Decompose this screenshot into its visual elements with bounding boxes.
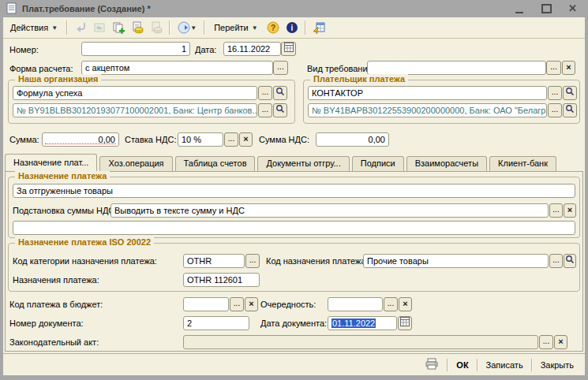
iso20022-group-title: Назначение платежа ISO 20022 — [15, 237, 154, 247]
date-label: Дата: — [195, 45, 216, 54]
our-account-open-button[interactable] — [273, 103, 287, 117]
vat-rate-select-button[interactable]: ... — [224, 132, 238, 147]
clear-icon: × — [566, 62, 571, 72]
our-organization-select-button[interactable]: ... — [258, 86, 272, 100]
iso-purpose-field[interactable]: OTHR 112601 — [183, 273, 260, 287]
payment-request-window: Плат.требование (Создание) * ✕ Действия … — [0, 0, 588, 380]
budget-code-select-button[interactable]: ... — [230, 297, 244, 311]
save-button[interactable]: Записать — [480, 359, 530, 371]
help-button[interactable]: ? — [265, 20, 281, 35]
tab-accounts-table[interactable]: Таблица счетов — [175, 156, 256, 171]
maximize-button[interactable] — [541, 0, 552, 17]
close-form-button[interactable] — [311, 20, 327, 35]
tab-business-operation[interactable]: Хоз.операция — [99, 156, 172, 171]
reread-button[interactable] — [73, 20, 88, 35]
tab-payment-purpose[interactable]: Назначение плат... — [5, 154, 97, 171]
number-label: Номер: — [9, 45, 39, 54]
clear-icon: × — [403, 299, 407, 308]
priority-label: Очередность: — [260, 300, 316, 309]
our-account-select-button[interactable]: ... — [258, 103, 272, 117]
date-calendar-button[interactable] — [281, 42, 296, 56]
ok-button[interactable]: ОК — [450, 359, 474, 371]
budget-code-clear-button[interactable]: × — [245, 297, 258, 311]
required-underline — [45, 143, 116, 144]
legislative-act-select-button[interactable]: ... — [539, 335, 553, 349]
requirement-kind-field[interactable] — [367, 61, 546, 75]
vat-substitution-field[interactable]: Выводить в тексте сумму и НДС — [110, 203, 549, 218]
export-button[interactable]: ▼ — [175, 20, 199, 35]
print-button[interactable] — [418, 356, 445, 374]
priority-select-button[interactable]: ... — [384, 297, 398, 311]
legislative-act-field[interactable] — [183, 335, 538, 349]
our-account-field[interactable]: № BY91BLBB30120193077100002001, Банк: Це… — [13, 103, 257, 117]
category-code-select-button[interactable]: ... — [245, 254, 260, 268]
our-organization-group-title: Наша организация — [15, 74, 101, 84]
refresh-button[interactable] — [92, 20, 107, 35]
document-icon — [6, 2, 17, 16]
copy-button[interactable] — [110, 20, 126, 35]
category-code-label: Код категории назначения платежа: — [13, 256, 157, 266]
budget-code-field[interactable] — [183, 297, 229, 311]
actions-menu-button[interactable]: Действия ▼ — [6, 21, 62, 34]
toolbar-separator — [204, 20, 205, 35]
tab-client-bank[interactable]: Клиент-банк — [489, 156, 556, 171]
actions-menu-label: Действия — [10, 23, 48, 32]
requirement-kind-clear-button[interactable]: × — [562, 61, 575, 75]
vat-rate-clear-button[interactable]: × — [239, 132, 253, 147]
document-date-calendar-button[interactable] — [398, 316, 412, 330]
goto-menu-button[interactable]: Перейти ▼ — [210, 21, 262, 34]
priority-clear-button[interactable]: × — [399, 297, 412, 311]
vat-sum-field[interactable]: 0,00 — [316, 132, 389, 147]
maximize-icon — [541, 4, 552, 13]
payment-form-label: Форма расчета: — [9, 64, 73, 73]
payer-account-field[interactable]: № BY41BAPB30122553900200000000, Банк: ОА… — [308, 103, 547, 117]
tab-shipping-documents[interactable]: Документы отгру... — [257, 156, 349, 171]
vat-substitution-select-button[interactable]: ... — [549, 203, 563, 218]
sum-field[interactable]: 0,00 — [42, 132, 119, 147]
payer-field[interactable]: КОНТАКТОР — [308, 86, 547, 100]
our-organization-field[interactable]: Формула успеха — [13, 86, 257, 100]
toolbar: Действия ▼ ▼ Перейти ▼ ? — [3, 17, 585, 39]
priority-field[interactable] — [328, 297, 383, 311]
unpost-document-button[interactable] — [148, 20, 164, 35]
post-document-button[interactable] — [129, 20, 145, 35]
payment-form-field[interactable]: с акцептом — [81, 61, 273, 75]
document-number-field[interactable]: 2 — [183, 316, 249, 330]
minimize-button[interactable] — [515, 0, 523, 17]
tab-signatures[interactable]: Подписи — [352, 156, 404, 171]
date-field[interactable]: 16.11.2022 — [223, 42, 281, 56]
clear-icon: × — [558, 337, 563, 346]
requirement-kind-select-button[interactable]: ... — [546, 61, 561, 75]
close-button[interactable]: Закрыть — [534, 359, 580, 371]
vat-rate-field[interactable]: 10 % — [178, 132, 223, 147]
legislative-act-clear-button[interactable]: × — [554, 335, 567, 349]
purpose-code-select-button[interactable]: ... — [549, 254, 563, 268]
payer-account-open-button[interactable] — [563, 103, 577, 117]
document-number-label: Номер документа: — [9, 319, 84, 328]
close-window-button[interactable]: ✕ — [568, 0, 577, 17]
toolbar-separator — [66, 20, 68, 35]
reread-icon — [74, 21, 87, 34]
payment-purpose-group-title: Назначение платежа — [15, 171, 110, 181]
purpose-code-field[interactable]: Прочие товары — [363, 254, 549, 268]
clear-icon: × — [243, 134, 248, 143]
payment-form-select-button[interactable]: ... — [273, 61, 288, 75]
payer-select-button[interactable]: ... — [548, 86, 562, 100]
payer-open-button[interactable] — [563, 86, 577, 100]
purpose-code-open-button[interactable] — [564, 254, 576, 268]
info-button[interactable]: i — [284, 20, 300, 35]
number-field[interactable]: 1 — [81, 42, 190, 56]
payment-purpose-text-field[interactable]: За отгруженные товары — [13, 184, 575, 198]
info-icon: i — [286, 21, 298, 34]
document-date-field[interactable]: 01.11.2022 — [328, 316, 397, 330]
vat-substitution-clear-button[interactable]: × — [564, 203, 576, 218]
our-organization-open-button[interactable] — [273, 86, 287, 100]
tab-mutual-settlements[interactable]: Взаиморасчеты — [406, 156, 487, 171]
dropdown-icon: ▼ — [51, 24, 58, 32]
dropdown-icon: ▼ — [252, 24, 258, 32]
svg-text:i: i — [290, 24, 293, 32]
payer-account-select-button[interactable]: ... — [548, 103, 562, 117]
window-title: Плат.требование (Создание) * — [22, 4, 151, 13]
payment-purpose-extra-field[interactable] — [13, 221, 575, 235]
category-code-field[interactable]: OTHR — [183, 254, 245, 268]
